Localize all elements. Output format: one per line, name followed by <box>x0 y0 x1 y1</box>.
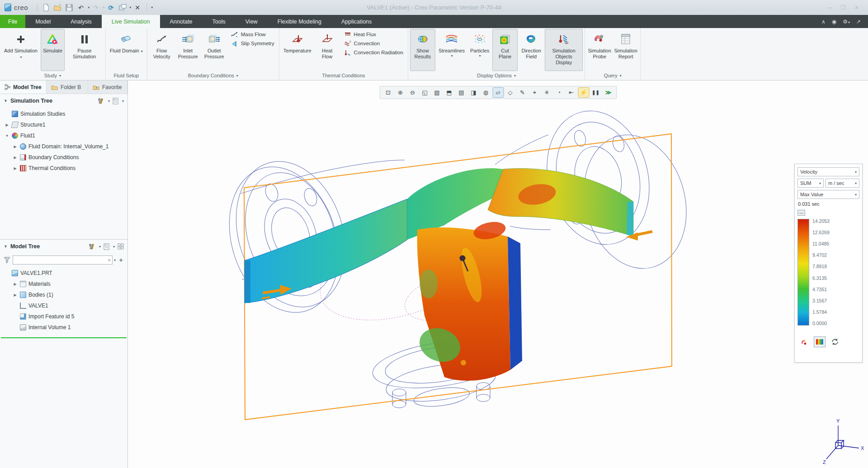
flow-velocity-button[interactable]: Flow Velocity <box>149 29 175 71</box>
show-cut-plane-icon[interactable]: ▱ <box>492 87 504 98</box>
heat-flow-button[interactable]: Heat Flow <box>315 29 340 71</box>
dropdown-caret-icon[interactable]: ▾ <box>99 245 101 249</box>
add-simulation-button[interactable]: Add Simulation ▾ <box>2 29 40 71</box>
undo-button[interactable]: ↶ <box>75 2 86 13</box>
inlet-pressure-button[interactable]: Inlet Pressure <box>175 29 201 71</box>
zoom-region-icon[interactable]: ⊡ <box>382 87 394 98</box>
display-style-icon[interactable]: ◍ <box>480 87 491 98</box>
simulation-probe-button[interactable]: Simulation Probe <box>587 29 612 71</box>
dropdown-caret-icon[interactable]: ▾ <box>88 5 90 9</box>
fast-forward-icon[interactable]: ≫ <box>602 87 613 98</box>
dropdown-caret-icon[interactable]: ▾ <box>129 5 131 9</box>
pause-display-icon[interactable]: ❚❚ <box>590 87 601 98</box>
ribbon-tab[interactable]: Applications <box>331 15 382 28</box>
legend-colorbar-button[interactable] <box>814 336 826 347</box>
mass-flow-button[interactable]: Mass Flow <box>231 31 274 38</box>
heat-flux-button[interactable]: Heat Flux <box>344 31 403 38</box>
simulation-tree-item[interactable]: ▶ Fluid Domain: Internal_Volume_1 <box>0 141 127 152</box>
tree-tools-icon[interactable] <box>98 98 105 104</box>
group-label-fluid-setup[interactable]: Fluid Setup <box>108 71 145 80</box>
close-window-button[interactable]: ✕ <box>132 2 143 13</box>
legend-probe-button[interactable] <box>798 336 810 347</box>
dropdown-caret-icon[interactable]: ▾ <box>114 258 116 262</box>
save-button[interactable] <box>64 2 75 13</box>
ribbon-tab[interactable]: File <box>0 15 25 28</box>
tab-folder-browser[interactable]: Folder B <box>47 80 88 94</box>
windows-button[interactable] <box>117 2 128 13</box>
group-label-display[interactable]: Display Options▾ <box>410 71 583 80</box>
add-filter-icon[interactable]: ＋ <box>118 256 124 264</box>
last-saved-view-icon[interactable]: ⇤ <box>566 87 577 98</box>
temperature-button[interactable]: Temperature <box>281 29 314 71</box>
repaint-icon[interactable]: ▧ <box>431 87 443 98</box>
legend-refresh-button[interactable] <box>829 336 841 347</box>
model-tree-item[interactable]: Internal Volume 1 <box>0 322 127 333</box>
expander-icon[interactable]: ▶ <box>13 156 18 160</box>
designate-area-icon[interactable]: ⌖ <box>529 87 540 98</box>
streamlines-button[interactable]: Streamlines ▾ <box>436 29 467 71</box>
dropdown-caret-icon[interactable]: ▾ <box>113 245 115 249</box>
minimize-icon[interactable]: — <box>825 5 835 11</box>
show-results-button[interactable]: Show Results <box>410 29 435 71</box>
new-file-button[interactable] <box>40 2 51 13</box>
outlet-pressure-button[interactable]: Outlet Pressure <box>202 29 227 71</box>
color-scale-bar[interactable] <box>797 219 809 326</box>
simulation-tree-item[interactable]: ▶ Boundary Conditions <box>0 152 127 163</box>
probe-pin[interactable] <box>460 255 466 261</box>
collapse-ribbon-icon[interactable]: ∧ <box>821 19 826 25</box>
model-tree-item[interactable]: ▶ Bodies (1) <box>0 289 127 300</box>
operator-dropdown[interactable]: SUM ▾ <box>797 179 824 188</box>
simulate-button[interactable]: Simulate <box>41 29 65 71</box>
simulation-tree-item[interactable]: Simulation Studies <box>0 109 127 119</box>
simulation-tree-item[interactable]: ▶ Structure1 <box>0 119 127 130</box>
ribbon-tab[interactable]: Annotate <box>160 15 203 28</box>
collapse-section-icon[interactable]: ▼ <box>4 99 8 103</box>
expander-icon[interactable]: ▶ <box>5 123 9 127</box>
spin-center-icon[interactable]: ✳ <box>541 87 552 98</box>
zoom-out-icon[interactable]: ⊖ <box>407 87 418 98</box>
units-dropdown[interactable]: m / sec ▾ <box>826 179 859 188</box>
graphics-area[interactable]: ⊡ ⊕ ⊖ ◱ ▧ ⬒ ▤ <box>128 80 868 468</box>
fluid-domain-button[interactable]: Fluid Domain ▾ <box>108 29 145 71</box>
collapse-legend-button[interactable]: — <box>797 210 805 216</box>
ribbon-tab[interactable]: Analysis <box>61 15 102 28</box>
convection-radiation-button[interactable]: Convection Radiation <box>344 49 403 56</box>
tree-tools-icon[interactable] <box>89 243 96 250</box>
ribbon-tab[interactable]: Model <box>25 15 61 28</box>
resource-center-icon[interactable]: ↗ <box>856 19 861 25</box>
saved-views-icon[interactable]: ▤ <box>456 87 467 98</box>
standard-orientation-icon[interactable]: ⬒ <box>443 87 455 98</box>
command-search-icon[interactable]: ◉ <box>832 19 836 25</box>
model-tree-item[interactable]: ▶ Materials <box>0 279 127 289</box>
model-tree-item[interactable]: Import Feature id 5 <box>0 311 127 322</box>
zoom-in-icon[interactable]: ⊕ <box>395 87 406 98</box>
tab-model-tree[interactable]: Model Tree <box>0 80 47 94</box>
view-normal-icon[interactable]: ◨ <box>468 87 479 98</box>
group-label-boundary[interactable]: Boundary Conditions▾ <box>149 71 277 80</box>
direction-field-button[interactable]: Direction Field <box>519 29 544 71</box>
slip-symmetry-button[interactable]: Slip Symmetry <box>231 40 274 47</box>
ribbon-tab[interactable]: Live Simulation <box>102 15 160 28</box>
collapse-section-icon[interactable]: ▼ <box>4 244 8 249</box>
clear-filter-icon[interactable]: ✕ <box>108 258 111 263</box>
group-label-query[interactable]: Query▾ <box>587 71 638 80</box>
simulation-quality-icon[interactable]: ⚡ <box>578 87 589 98</box>
simulation-tree-item[interactable]: ▶ Thermal Conditions <box>0 163 127 174</box>
expander-icon[interactable]: ▶ <box>13 293 18 297</box>
dropdown-caret-icon[interactable]: ▾ <box>108 99 110 103</box>
group-label-thermal[interactable]: Thermal Conditions <box>281 71 406 80</box>
regenerate-button[interactable]: ⟳ <box>105 2 116 13</box>
expander-icon[interactable]: ▶ <box>13 166 18 170</box>
refit-icon[interactable]: ◱ <box>419 87 430 98</box>
customize-toolbar-caret-icon[interactable]: ▾ <box>151 5 153 9</box>
close-icon[interactable]: ✕ <box>852 5 862 11</box>
quantity-dropdown[interactable]: Velocity ▾ <box>797 167 859 176</box>
ribbon-tab[interactable]: Flexible Modeling <box>268 15 331 28</box>
cut-plane-button[interactable]: Cut Plane <box>492 29 518 71</box>
realtime-display-icon[interactable]: ◔ <box>553 87 565 98</box>
convection-button[interactable]: 2 Convection <box>344 40 403 47</box>
particles-button[interactable]: Particles ▾ <box>468 29 491 71</box>
model-tree-item[interactable]: VALVE1.PRT <box>0 268 127 279</box>
dropdown-caret-icon[interactable]: ▾ <box>122 99 124 103</box>
tree-filter-input[interactable] <box>13 255 113 265</box>
